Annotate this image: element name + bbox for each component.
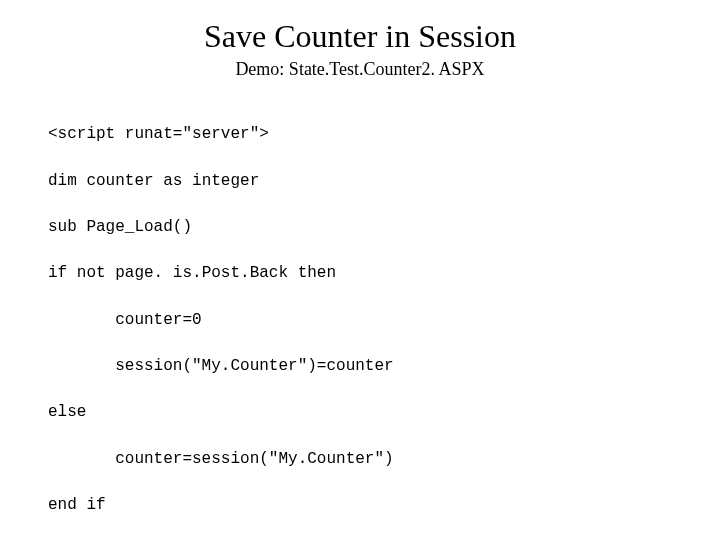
page-title: Save Counter in Session: [48, 18, 672, 55]
code-line: counter=session("My.Counter"): [48, 448, 672, 471]
code-line: end if: [48, 494, 672, 517]
code-line: else: [48, 401, 672, 424]
code-line: sub Page_Load(): [48, 216, 672, 239]
code-line: dim counter as integer: [48, 170, 672, 193]
page-subtitle: Demo: State.Test.Counter2. ASPX: [48, 59, 672, 80]
code-line: if not page. is.Post.Back then: [48, 262, 672, 285]
code-line: session("My.Counter")=counter: [48, 355, 672, 378]
code-line: counter=0: [48, 309, 672, 332]
code-line: <script runat="server">: [48, 123, 672, 146]
code-block: <script runat="server"> dim counter as i…: [48, 100, 672, 540]
